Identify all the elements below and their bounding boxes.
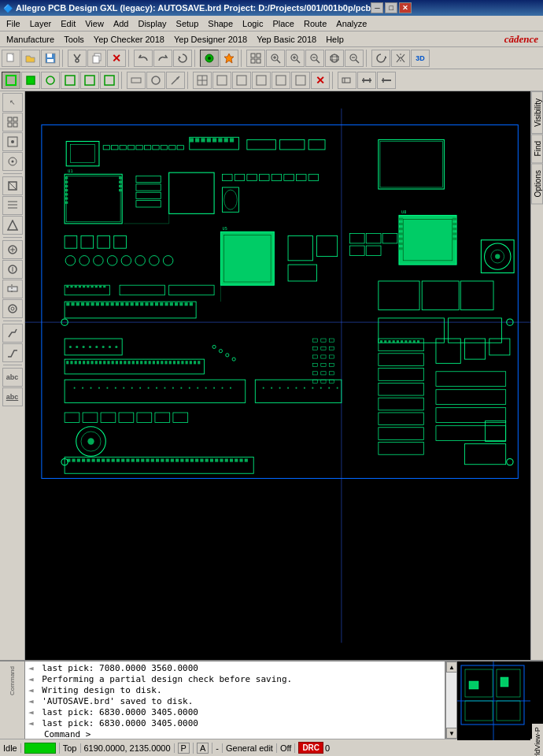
tb-cut[interactable] — [68, 50, 87, 67]
tb-misc6[interactable] — [291, 72, 310, 89]
visibility-tab[interactable]: Visibility — [531, 91, 543, 134]
menu-setup[interactable]: Setup — [172, 17, 204, 30]
tb-new[interactable] — [2, 50, 20, 67]
tb-misc1[interactable] — [193, 72, 212, 89]
tb-save[interactable] — [41, 50, 60, 67]
command-prompt[interactable]: Command > — [44, 729, 91, 739]
tb-misc3[interactable] — [232, 72, 251, 89]
find-tab[interactable]: Find — [531, 134, 543, 163]
menu-tools[interactable]: Tools — [59, 33, 89, 46]
lt-text1[interactable]: abc — [2, 368, 23, 387]
tb-misc8[interactable] — [357, 72, 376, 89]
minimize-button[interactable]: ─ — [371, 2, 383, 13]
lt-route-connect[interactable] — [2, 324, 23, 343]
svg-rect-95 — [153, 146, 159, 150]
tb-open[interactable] — [21, 50, 40, 67]
lt-tool6[interactable] — [2, 196, 23, 215]
lt-tool8[interactable] — [2, 240, 23, 259]
svg-point-272 — [90, 387, 91, 389]
tb-snap[interactable] — [200, 50, 219, 67]
svg-rect-193 — [99, 285, 102, 287]
tb-circle2[interactable] — [146, 72, 165, 89]
tb-circle-sel[interactable] — [41, 72, 60, 89]
tb-refresh[interactable] — [173, 50, 192, 67]
tb-rect2[interactable] — [61, 72, 79, 89]
lt-route2[interactable] — [2, 343, 23, 362]
tb-zoom-out[interactable] — [305, 50, 324, 67]
scroll-down-button[interactable]: ▼ — [446, 728, 457, 739]
menu-logic[interactable]: Logic — [238, 17, 268, 30]
tb-route-seg[interactable] — [127, 72, 146, 89]
maximize-button[interactable]: □ — [385, 2, 397, 13]
svg-rect-384 — [180, 458, 183, 461]
svg-point-68 — [11, 161, 13, 163]
svg-rect-61 — [8, 117, 12, 121]
menu-route[interactable]: Route — [299, 17, 331, 30]
close-button[interactable]: ✕ — [399, 2, 412, 13]
toolbar-separator-3 — [194, 50, 198, 67]
tb-rect4[interactable] — [100, 72, 119, 89]
lt-tool11[interactable] — [2, 299, 23, 318]
menu-place[interactable]: Place — [268, 17, 299, 30]
menu-analyze[interactable]: Analyze — [331, 17, 371, 30]
menu-edit[interactable]: Edit — [56, 17, 80, 30]
menu-shape[interactable]: Shape — [203, 17, 238, 30]
menu-yep-designer[interactable]: Yep Designer 2018 — [169, 33, 252, 46]
svg-rect-373 — [126, 458, 129, 461]
svg-rect-322 — [393, 340, 395, 343]
svg-point-281 — [164, 387, 165, 389]
log-line-7[interactable]: Command > — [28, 729, 441, 739]
tb-misc2[interactable] — [212, 72, 231, 89]
tb-zoom-in[interactable] — [286, 50, 305, 67]
tb-misc9[interactable] — [377, 72, 396, 89]
tb-delete[interactable]: ✕ — [107, 50, 126, 67]
tb-arrow[interactable] — [166, 72, 185, 89]
menu-display[interactable]: Display — [133, 17, 171, 30]
lt-tool9[interactable] — [2, 260, 23, 279]
menu-file[interactable]: File — [2, 17, 25, 30]
tb-copy[interactable] — [87, 50, 106, 67]
svg-point-233 — [109, 346, 111, 348]
tb-zoom-fit[interactable] — [266, 50, 285, 67]
tb-rect3[interactable] — [80, 72, 99, 89]
tb-select-mode[interactable] — [2, 72, 20, 89]
tb-3d[interactable]: 3D — [411, 50, 430, 67]
lt-select[interactable]: ↖ — [2, 93, 23, 112]
tb-pin[interactable] — [220, 50, 238, 67]
lt-snap-pt[interactable] — [2, 132, 23, 151]
lt-snap-center[interactable] — [2, 152, 23, 171]
lt-text2[interactable]: abc — [2, 387, 23, 406]
tb-misc4[interactable] — [252, 72, 271, 89]
menu-view[interactable]: View — [80, 17, 109, 30]
tb-zoom-prev[interactable] — [345, 50, 364, 67]
menu-yep-checker[interactable]: Yep Checker 2018 — [89, 33, 169, 46]
scroll-track[interactable] — [446, 673, 456, 728]
tb-misc7[interactable] — [338, 72, 356, 89]
menu-manufacture[interactable]: Manufacture — [2, 33, 59, 46]
scroll-up-button[interactable]: ▲ — [446, 662, 457, 673]
tb-delete2[interactable]: ✕ — [311, 72, 330, 89]
tb-rotate[interactable] — [371, 50, 390, 67]
lt-snap-grid[interactable] — [2, 113, 23, 132]
tb-undo[interactable] — [134, 50, 153, 67]
pcb-canvas-area[interactable]: U1 U5 U8 — [25, 91, 530, 660]
menu-add[interactable]: Add — [109, 17, 134, 30]
svg-rect-36 — [6, 76, 16, 85]
lt-tool7[interactable] — [2, 216, 23, 235]
tb-zoom-world[interactable] — [325, 50, 344, 67]
menu-help[interactable]: Help — [321, 33, 349, 46]
menu-yep-basic[interactable]: Yep Basic 2018 — [252, 33, 321, 46]
options-tab[interactable]: Options — [531, 163, 543, 204]
drc-button[interactable]: DRC — [298, 742, 323, 754]
menu-layer[interactable]: Layer — [25, 17, 57, 30]
lt-tool5[interactable] — [2, 176, 23, 195]
svg-rect-206 — [105, 302, 109, 306]
tb-misc5[interactable] — [272, 72, 290, 89]
tb-rect-sel[interactable] — [21, 72, 40, 89]
svg-rect-332 — [436, 372, 506, 387]
tb-mirror[interactable] — [391, 50, 410, 67]
svg-rect-266 — [190, 361, 192, 364]
lt-tool10[interactable] — [2, 280, 23, 298]
tb-redo[interactable] — [153, 50, 172, 67]
tb-grid[interactable] — [246, 50, 265, 67]
